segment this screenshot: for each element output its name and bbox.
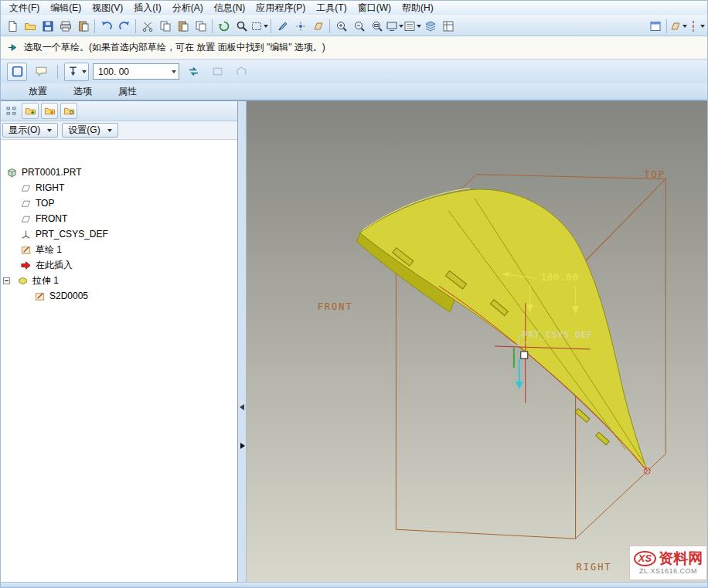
3d-canvas[interactable]: TOP FRONT RIGHT: [247, 101, 707, 582]
settings-dropdown-label: 设置(G): [68, 124, 100, 137]
tab-properties[interactable]: 属性: [118, 85, 137, 98]
collapse-panel-arrow-icon[interactable]: [240, 404, 244, 410]
refit-button[interactable]: [368, 17, 386, 35]
panel-sash[interactable]: [238, 101, 247, 582]
drag-handle[interactable]: [521, 352, 528, 359]
tab-placement[interactable]: 放置: [29, 85, 47, 98]
menu-analysis[interactable]: 分析(A): [167, 1, 209, 15]
menu-window[interactable]: 窗口(W): [352, 1, 397, 15]
placement-note-button[interactable]: [31, 63, 51, 81]
open-button[interactable]: [21, 17, 39, 35]
model-tree: PRT0001.PRT RIGHT TOP FRONT PRT_CSYS_DEF: [1, 140, 237, 582]
tree-item-label: 在此插入: [36, 259, 73, 272]
paste-button[interactable]: [174, 17, 192, 35]
folder-new-button[interactable]: [22, 103, 39, 119]
find-button[interactable]: [233, 17, 250, 35]
regenerate-button[interactable]: [215, 17, 233, 35]
cut-button[interactable]: [138, 17, 156, 35]
menu-insert[interactable]: 插入(I): [128, 1, 166, 15]
menu-tools[interactable]: 工具(T): [311, 1, 352, 15]
window-bottom-edge: [1, 582, 707, 587]
datum-point-icon: [294, 20, 307, 32]
undo-button[interactable]: [97, 17, 115, 35]
part-icon: [5, 166, 18, 178]
tree-columns-button[interactable]: [2, 103, 19, 119]
folder-favorites-button[interactable]: [41, 103, 58, 119]
datum-plane-tool-button[interactable]: [309, 17, 327, 35]
paste-special-button[interactable]: [192, 17, 209, 35]
toolbar-separator: [135, 19, 136, 33]
folder-star-icon: [44, 105, 56, 117]
tree-item-top-plane[interactable]: TOP: [1, 195, 237, 211]
chevron-down-icon: [264, 25, 268, 28]
menu-edit[interactable]: 编辑(E): [45, 1, 87, 15]
datum-plane-icon: [19, 182, 32, 194]
menu-view[interactable]: 视图(V): [87, 1, 128, 15]
collapse-icon[interactable]: [3, 277, 10, 284]
copy-button[interactable]: [156, 17, 174, 35]
main-toolbar: [1, 15, 707, 36]
tree-item-insert-here[interactable]: 在此插入: [1, 257, 237, 273]
tree-item-s2d0005[interactable]: S2D0005: [1, 288, 237, 304]
tree-item-sketch1[interactable]: 草绘 1: [1, 242, 237, 257]
flip-direction-icon: [187, 65, 200, 78]
annotation-display-button[interactable]: [687, 17, 705, 35]
tree-item-right-plane[interactable]: RIGHT: [1, 180, 237, 195]
datum-display-button[interactable]: [669, 17, 687, 35]
new-button[interactable]: [3, 17, 21, 35]
show-dropdown[interactable]: 显示(O): [2, 123, 58, 138]
menu-file[interactable]: 文件(F): [4, 1, 45, 15]
tree-item-front-plane[interactable]: FRONT: [1, 211, 237, 226]
redo-icon: [118, 20, 131, 32]
saved-views-button[interactable]: [403, 17, 421, 35]
paste-special-icon: [195, 20, 207, 32]
depth-value: 100. 00: [98, 66, 129, 77]
tree-item-extrude1[interactable]: 拉伸 1: [1, 273, 237, 288]
tree-item-label: RIGHT: [36, 182, 64, 193]
flip-direction-button[interactable]: [183, 63, 203, 81]
select-filter-button[interactable]: [250, 17, 268, 35]
depth-type-button[interactable]: [64, 63, 89, 81]
show-dropdown-label: 显示(O): [9, 124, 40, 137]
main-area: 显示(O) 设置(G) PRT0001.PRT RIGHT: [1, 101, 707, 582]
reorient-button[interactable]: [386, 17, 403, 35]
model-tree-toolbar: [1, 101, 237, 121]
chevron-down-icon: [107, 129, 112, 132]
zoom-in-button[interactable]: [332, 17, 350, 35]
dashboard-tabs: 放置 选项 属性: [1, 83, 707, 101]
undo-icon: [100, 20, 113, 32]
select-filter-icon: [250, 20, 263, 32]
settings-dropdown[interactable]: 设置(G): [62, 123, 117, 138]
menu-info[interactable]: 信息(N): [209, 1, 251, 15]
tree-item-label: FRONT: [36, 213, 67, 224]
depth-value-input[interactable]: 100. 00: [93, 63, 179, 80]
datum-point-tool-button[interactable]: [291, 17, 309, 35]
redo-button[interactable]: [115, 17, 133, 35]
menu-applications[interactable]: 应用程序(P): [250, 1, 311, 15]
new-window-button[interactable]: [646, 17, 664, 35]
save-button[interactable]: [39, 17, 56, 35]
print-setup-button[interactable]: [74, 17, 92, 35]
sketch-icon: [19, 243, 32, 256]
viewport-background[interactable]: [247, 101, 707, 582]
sketch-tool-button[interactable]: [274, 17, 291, 35]
tab-options[interactable]: 选项: [73, 85, 92, 98]
thicken-sketch-button[interactable]: [207, 63, 227, 81]
depth-dimension-value[interactable]: 100.00: [541, 272, 579, 283]
menu-help[interactable]: 帮助(H): [397, 1, 439, 15]
print-button[interactable]: [56, 17, 74, 35]
datum-plane-icon: [19, 197, 32, 209]
zoom-out-button[interactable]: [350, 17, 368, 35]
tree-item-part[interactable]: PRT0001.PRT: [1, 165, 237, 180]
sketch-collector-button[interactable]: [7, 63, 27, 81]
tree-item-csys[interactable]: PRT_CSYS_DEF: [1, 226, 237, 242]
sketch-collector-icon: [11, 65, 24, 78]
layers-button[interactable]: [421, 17, 439, 35]
capped-ends-button[interactable]: [231, 63, 251, 81]
sketch-tool-icon: [277, 20, 289, 32]
expand-panel-arrow-icon[interactable]: [240, 443, 245, 449]
folder-new-icon: [25, 105, 36, 117]
view-manager-button[interactable]: [439, 17, 457, 35]
folder-settings-button[interactable]: [60, 103, 77, 119]
toolbar-separator: [329, 19, 330, 33]
